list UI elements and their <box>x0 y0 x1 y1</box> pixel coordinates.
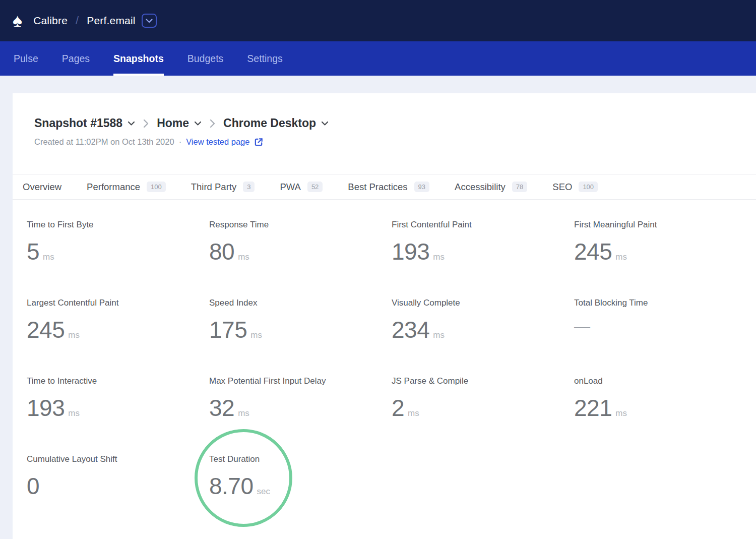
chevron-right-icon <box>210 119 215 128</box>
metric-value: 245 <box>27 318 65 341</box>
metric-cumulative-layout-shift: Cumulative Layout Shift 0 <box>27 454 209 532</box>
tab-performance[interactable]: Performance 100 <box>87 182 166 193</box>
metric-value: 5 <box>27 240 39 263</box>
nav-item-pulse[interactable]: Pulse <box>14 41 38 76</box>
chevron-right-icon <box>143 119 149 128</box>
metric-max-potential-first-input-delay: Max Potential First Input Delay 32 ms <box>209 376 392 454</box>
breadcrumb-device-label: Chrome Desktop <box>223 116 316 130</box>
metric-value: 80 <box>209 240 234 263</box>
breadcrumb-page-label: Home <box>157 116 189 130</box>
metric-value: 175 <box>209 318 247 341</box>
metric-label: Time to Interactive <box>27 376 209 386</box>
metric-label: onLoad <box>574 376 756 386</box>
metric-value: 8.70 <box>209 474 254 498</box>
metric-speed-index: Speed Index 175 ms <box>209 298 392 376</box>
nav-item-pages[interactable]: Pages <box>62 41 90 76</box>
metric-value: 32 <box>209 396 234 420</box>
breadcrumb-snapshot-dropdown[interactable]: Snapshot #1588 <box>34 116 135 130</box>
metric-unit: sec <box>257 487 270 497</box>
tab-performance-label: Performance <box>87 182 140 193</box>
metric-unit: ms <box>408 408 419 418</box>
metric-label: Max Potential First Input Delay <box>209 376 392 386</box>
nav-item-settings[interactable]: Settings <box>247 41 282 76</box>
project-name[interactable]: Perf.email <box>87 15 136 27</box>
metric-value: 234 <box>392 318 429 341</box>
metric-unit: ms <box>250 330 262 340</box>
tab-overview-label: Overview <box>23 182 61 193</box>
breadcrumb-device-dropdown[interactable]: Chrome Desktop <box>223 116 329 130</box>
metric-label: Response Time <box>209 220 392 230</box>
metric-response-time: Response Time 80 ms <box>209 220 392 298</box>
created-timestamp: Created at 11:02PM on Oct 13th 2020 <box>34 137 174 147</box>
tab-pwa[interactable]: PWA 52 <box>280 182 323 193</box>
breadcrumb-slash: / <box>76 14 79 27</box>
tab-accessibility-badge: 78 <box>512 182 527 192</box>
metric-label: First Meaningful Paint <box>574 220 756 230</box>
metrics-grid: Time to First Byte 5 ms Response Time 80… <box>13 220 756 532</box>
meta-dot-separator: · <box>179 137 182 147</box>
chevron-down-icon <box>146 19 153 23</box>
tab-best-practices[interactable]: Best Practices 93 <box>348 182 429 193</box>
tab-accessibility-label: Accessibility <box>455 182 506 193</box>
tab-seo-badge: 100 <box>579 182 598 192</box>
view-tested-page-link[interactable]: View tested page <box>186 137 264 147</box>
tab-best-practices-badge: 93 <box>414 182 429 192</box>
breadcrumb-page-dropdown[interactable]: Home <box>157 116 202 130</box>
primary-nav: Pulse Pages Snapshots Budgets Settings <box>0 41 756 76</box>
chevron-down-icon <box>321 121 329 126</box>
metric-largest-contentful-paint: Largest Contentful Paint 245 ms <box>27 298 209 376</box>
tab-third-party-badge: 3 <box>243 182 255 192</box>
chevron-down-icon <box>194 121 202 126</box>
report-tabs: Overview Performance 100 Third Party 3 P… <box>13 174 756 200</box>
metric-onload: onLoad 221 ms <box>574 376 756 454</box>
snapshot-card: Snapshot #1588 Home Chrome Desktop <box>13 93 756 539</box>
chevron-down-icon <box>128 121 135 126</box>
metric-unit: ms <box>433 330 445 340</box>
nav-item-snapshots[interactable]: Snapshots <box>113 41 164 76</box>
calibre-spade-logo-icon: ♠ <box>13 12 22 30</box>
metric-test-duration: Test Duration 8.70 sec <box>209 454 392 532</box>
project-switcher-button[interactable] <box>142 14 157 28</box>
metric-js-parse-compile: JS Parse & Compile 2 ms <box>392 376 574 454</box>
metric-value-empty: — <box>574 318 590 334</box>
metric-unit: ms <box>615 252 627 262</box>
snapshot-meta-row: Created at 11:02PM on Oct 13th 2020 · Vi… <box>34 137 756 147</box>
metric-value: 2 <box>392 396 404 420</box>
tab-best-practices-label: Best Practices <box>348 182 407 193</box>
app-header: ♠ Calibre / Perf.email <box>0 0 756 41</box>
metric-visually-complete: Visually Complete 234 ms <box>392 298 574 376</box>
tab-seo[interactable]: SEO 100 <box>552 182 598 193</box>
external-link-icon <box>254 137 264 147</box>
metric-label: Time to First Byte <box>27 220 209 230</box>
view-tested-page-label: View tested page <box>186 137 249 147</box>
metric-unit: ms <box>238 408 249 418</box>
metric-label: Speed Index <box>209 298 392 308</box>
metric-label: Cumulative Layout Shift <box>27 454 209 464</box>
brand-name[interactable]: Calibre <box>33 15 68 27</box>
tab-accessibility[interactable]: Accessibility 78 <box>455 182 527 193</box>
nav-item-budgets[interactable]: Budgets <box>187 41 224 76</box>
metric-first-meaningful-paint: First Meaningful Paint 245 ms <box>574 220 756 298</box>
metric-time-to-interactive: Time to Interactive 193 ms <box>27 376 209 454</box>
tab-performance-badge: 100 <box>147 182 166 192</box>
metric-first-contentful-paint: First Contentful Paint 193 ms <box>392 220 574 298</box>
metric-value: 0 <box>27 474 39 498</box>
tab-pwa-badge: 52 <box>307 182 323 192</box>
tab-third-party[interactable]: Third Party 3 <box>191 182 255 193</box>
metric-value: 193 <box>27 396 65 420</box>
metric-value: 193 <box>392 240 429 263</box>
metric-label: JS Parse & Compile <box>392 376 574 386</box>
metric-value: 245 <box>574 240 612 263</box>
tab-seo-label: SEO <box>552 182 572 193</box>
metric-unit: ms <box>433 252 445 262</box>
metric-label: Total Blocking Time <box>574 298 756 308</box>
snapshot-breadcrumb: Snapshot #1588 Home Chrome Desktop <box>34 116 756 130</box>
metric-unit: ms <box>68 408 80 418</box>
tab-overview[interactable]: Overview <box>23 182 61 193</box>
metric-time-to-first-byte: Time to First Byte 5 ms <box>27 220 209 298</box>
metric-unit: ms <box>68 330 80 340</box>
metric-label: Test Duration <box>209 454 392 464</box>
metric-total-blocking-time: Total Blocking Time — <box>574 298 756 376</box>
breadcrumb-snapshot-label: Snapshot #1588 <box>34 116 122 130</box>
metric-unit: ms <box>43 252 54 262</box>
